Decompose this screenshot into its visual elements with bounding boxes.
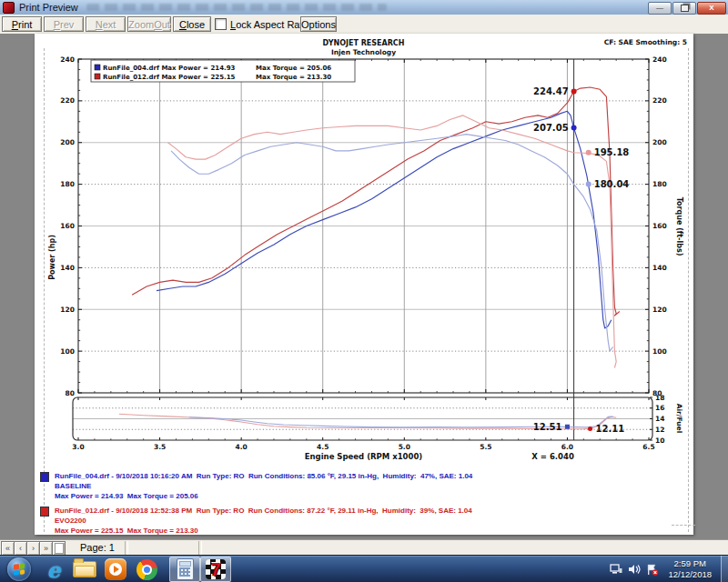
run-color-swatch — [40, 507, 49, 517]
rpm-tick-label: 5.0 — [399, 443, 410, 451]
series-line — [132, 87, 620, 316]
prev-button[interactable]: Prev — [44, 16, 84, 32]
taskbar-item-file-explorer[interactable] — [69, 557, 100, 582]
print-preview-toolbar: PrintPrevNextZoom OutClose Lock Aspect R… — [0, 15, 728, 35]
rpm-tick-label: 6.5 — [642, 443, 654, 451]
series-line — [157, 111, 612, 328]
last-page-button[interactable]: » — [39, 541, 53, 556]
power-tick-label: 120 — [60, 306, 75, 314]
taskbar-item-internet-explorer[interactable]: e — [38, 557, 69, 582]
cursor-marker — [571, 89, 577, 95]
tray-time: 2:59 PM — [668, 558, 712, 569]
calculator-icon — [177, 558, 194, 580]
torque-tick-label: 200 — [652, 138, 667, 146]
run-info-line: RunFile_004.drf - 9/10/2018 10:16:20 AM … — [55, 471, 472, 481]
power-tick-label: 240 — [60, 55, 75, 64]
power-axis-label: Power (hp) — [48, 235, 56, 280]
window-title: Print Preview — [19, 2, 78, 13]
taskbar-item-chrome[interactable] — [131, 557, 162, 582]
statusbar-divider — [198, 541, 202, 555]
run-info-line: EVO2200 — [55, 516, 472, 526]
cursor-marker — [571, 125, 577, 131]
print-page-button[interactable] — [52, 541, 66, 556]
clock[interactable]: 2:59 PM 12/12/2018 — [668, 558, 712, 580]
legend-text: RunFile_004.drf Max Power = 214.93 — [103, 65, 236, 72]
volume-icon[interactable] — [628, 564, 641, 575]
print-button[interactable]: Print — [2, 16, 42, 32]
legend-text: Max Torque = 213.30 — [256, 74, 331, 81]
run-info-line: Max Power = 214.93 Max Torque = 205.06 — [55, 491, 472, 501]
run-info-line: BASELINE — [55, 481, 472, 491]
dyno-chart: DYNOJET RESEARCHInjen TechnologyCF: SAE … — [35, 34, 693, 535]
legend-text: RunFile_012.drf Max Power = 225.15 — [103, 74, 236, 81]
internet-explorer-icon: e — [47, 557, 61, 582]
torque-tick-label: 140 — [652, 264, 667, 272]
first-page-button[interactable]: « — [1, 541, 15, 556]
power-tick-label: 100 — [60, 347, 75, 356]
next-page-button[interactable]: › — [26, 541, 40, 556]
next-button[interactable]: Next — [86, 16, 126, 32]
run-info-1: RunFile_004.drf - 9/10/2018 10:16:20 AM … — [40, 471, 472, 501]
right-margin-guide — [688, 48, 689, 532]
x-axis-label: Engine Speed (RPM x1000) — [305, 452, 423, 461]
power-tick-label: 180 — [60, 180, 75, 188]
show-desktop-button[interactable] — [721, 556, 728, 582]
cursor-value: 195.18 — [594, 147, 630, 157]
zoom-out-button[interactable]: Zoom Out — [127, 16, 171, 32]
options-button[interactable]: Options — [300, 16, 337, 32]
taskbar-item-winpep-dyno[interactable]: 7 — [200, 557, 231, 582]
power-tick-label: 200 — [60, 138, 75, 146]
legend-swatch — [95, 74, 100, 79]
taskbar-item-media-player[interactable] — [100, 557, 131, 582]
torque-tick-label: 120 — [652, 306, 667, 314]
page-status-bar: «‹›» Page: 1 — [0, 539, 728, 556]
print-preview-window: Print Preview — X PrintPrevNextZoom OutC… — [0, 0, 728, 582]
torque-tick-label: 240 — [652, 55, 667, 64]
rpm-tick-label: 3.5 — [154, 443, 166, 451]
af-tick-label: 18 — [655, 394, 664, 402]
power-tick-label: 80 — [66, 389, 75, 397]
lock-aspect-ratio-label: Lock Aspect Ratio — [230, 19, 310, 30]
series-line — [168, 115, 617, 368]
run-info-2: RunFile_012.drf - 9/10/2018 12:52:38 PM … — [40, 506, 472, 536]
app-icon — [3, 2, 15, 14]
minimize-button[interactable]: — — [648, 2, 672, 15]
rpm-tick-label: 4.0 — [235, 443, 247, 451]
rpm-tick-label: 3.0 — [72, 443, 84, 451]
lock-aspect-ratio-control[interactable]: Lock Aspect Ratio — [215, 18, 310, 30]
torque-axis-label: Torque (ft-lbs) — [675, 197, 683, 256]
restore-button[interactable] — [672, 2, 696, 15]
rpm-tick-label: 6.0 — [561, 443, 573, 451]
action-center-flag-icon[interactable] — [646, 564, 659, 576]
statusbar-divider — [125, 541, 128, 555]
tray-date: 12/12/2018 — [668, 569, 712, 580]
titlebar-faded-text — [86, 4, 387, 11]
af-tick-label: 14 — [655, 415, 664, 423]
print-page: DYNOJET RESEARCHInjen TechnologyCF: SAE … — [35, 34, 693, 535]
preview-area: DYNOJET RESEARCHInjen TechnologyCF: SAE … — [0, 34, 728, 539]
close-button[interactable]: Close — [173, 16, 211, 32]
chart-correction-info: CF: SAE Smoothing: 5 — [604, 38, 687, 46]
af-tick-label: 12 — [655, 426, 664, 434]
start-button[interactable] — [7, 557, 31, 581]
close-window-button[interactable]: X — [697, 2, 726, 15]
page-number-label: Page: 1 — [80, 542, 115, 553]
title-bar[interactable]: Print Preview — X — [0, 0, 728, 15]
folder-icon — [73, 561, 96, 577]
winpep7-icon: 7 — [206, 559, 226, 579]
prev-page-button[interactable]: ‹ — [14, 541, 27, 556]
cursor-marker — [586, 150, 592, 156]
series-line — [171, 135, 612, 352]
legend-text: Max Torque = 205.06 — [256, 65, 331, 72]
lock-aspect-ratio-checkbox[interactable] — [215, 18, 227, 30]
network-icon[interactable] — [610, 564, 622, 575]
rpm-tick-label: 5.5 — [480, 443, 491, 451]
cursor-marker — [588, 426, 592, 431]
af-tick-label: 10 — [655, 436, 664, 445]
af-tick-label: 16 — [655, 404, 664, 412]
torque-tick-label: 100 — [652, 347, 667, 356]
bottom-margin-guide — [672, 525, 695, 526]
af-axis-label: Air/Fuel — [675, 404, 683, 434]
legend-swatch — [95, 65, 100, 70]
taskbar-item-calculator[interactable] — [169, 557, 200, 582]
